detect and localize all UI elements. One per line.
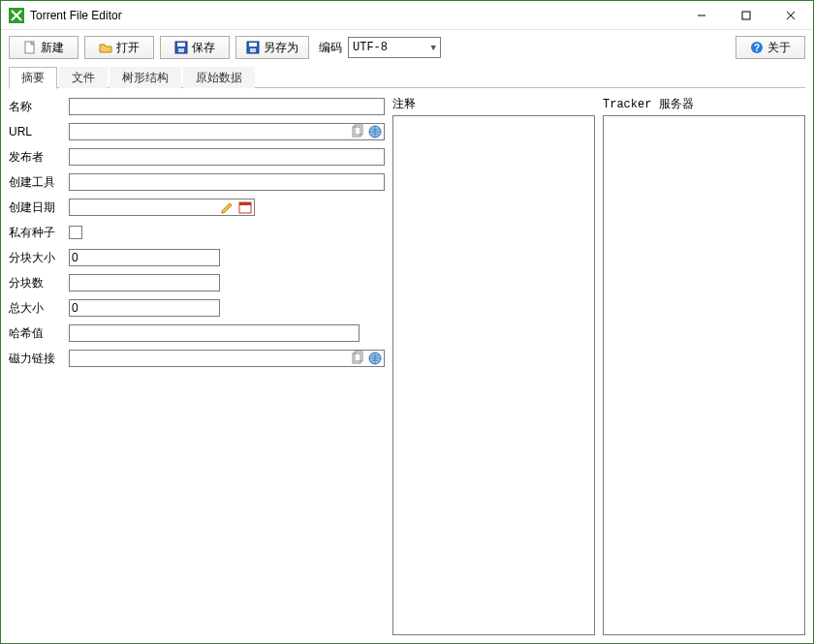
tracker-label: Tracker 服务器: [603, 96, 805, 113]
encoding-combobox[interactable]: UTF-8 ▼: [348, 37, 441, 58]
calendar-icon[interactable]: [237, 199, 253, 215]
private-checkbox[interactable]: [69, 226, 82, 239]
tab-raw[interactable]: 原始数据: [183, 67, 255, 88]
tracker-column: Tracker 服务器: [603, 96, 805, 635]
copy-icon[interactable]: [350, 124, 365, 139]
piece-count-label: 分块数: [9, 275, 63, 291]
hash-input[interactable]: [69, 324, 360, 342]
svg-rect-5: [178, 48, 184, 52]
piece-size-input[interactable]: [69, 249, 220, 266]
tab-files[interactable]: 文件: [59, 67, 108, 88]
new-button-label: 新建: [41, 40, 64, 56]
save-button[interactable]: 保存: [160, 36, 230, 59]
piece-count-input[interactable]: [69, 274, 220, 291]
maximize-button[interactable]: [724, 1, 768, 29]
globe-icon[interactable]: [367, 124, 383, 139]
private-label: 私有种子: [9, 225, 63, 241]
svg-rect-15: [239, 202, 251, 205]
minimize-button[interactable]: [679, 1, 724, 29]
encoding-label: 编码: [319, 40, 342, 56]
svg-rect-4: [177, 43, 185, 46]
created-by-label: 创建工具: [9, 174, 63, 191]
tracker-textarea[interactable]: [603, 115, 805, 635]
svg-rect-7: [249, 43, 257, 46]
magnet-input[interactable]: [69, 350, 385, 367]
name-label: 名称: [9, 99, 63, 115]
url-input[interactable]: [69, 123, 385, 140]
encoding-value: UTF-8: [353, 41, 388, 54]
hash-label: 哈希值: [9, 325, 63, 342]
close-button[interactable]: [768, 1, 813, 29]
name-input[interactable]: [69, 98, 385, 115]
copy-icon[interactable]: [350, 351, 365, 366]
svg-rect-1: [742, 12, 750, 19]
chevron-down-icon: ▼: [431, 43, 436, 52]
magnet-label: 磁力链接: [9, 351, 63, 367]
toolbar: 新建 打开 保存 另存为 编码 UTF-8 ▼ ?: [1, 30, 813, 65]
annotation-column: 注释: [392, 96, 595, 635]
app-window: Torrent File Editor 新建 打开: [0, 0, 814, 644]
save-button-label: 保存: [192, 40, 215, 56]
open-button[interactable]: 打开: [84, 36, 154, 59]
publisher-input[interactable]: [69, 148, 385, 166]
piece-size-label: 分块大小: [9, 250, 63, 266]
folder-open-icon: [99, 41, 112, 54]
saveas-button[interactable]: 另存为: [235, 36, 309, 59]
tabstrip: 摘要 文件 树形结构 原始数据: [1, 65, 813, 88]
creation-date-label: 创建日期: [9, 199, 63, 216]
new-button[interactable]: 新建: [9, 36, 78, 59]
window-title: Torrent File Editor: [30, 9, 122, 22]
file-new-icon: [23, 41, 37, 54]
tab-tree[interactable]: 树形结构: [110, 67, 181, 88]
save-as-icon: [246, 41, 260, 54]
svg-rect-8: [250, 48, 256, 52]
globe-icon[interactable]: [367, 351, 383, 366]
save-icon: [174, 41, 188, 54]
created-by-input[interactable]: [69, 173, 385, 191]
window-controls: [679, 1, 813, 29]
open-button-label: 打开: [116, 40, 140, 56]
help-icon: ?: [750, 41, 764, 54]
about-button-label: 关于: [767, 40, 791, 56]
publisher-label: 发布者: [9, 149, 63, 166]
edit-icon[interactable]: [220, 199, 235, 215]
content-area: 名称 URL 发布者: [1, 88, 813, 643]
svg-text:?: ?: [754, 43, 760, 53]
annotation-textarea[interactable]: [392, 115, 595, 635]
about-button[interactable]: ? 关于: [736, 36, 805, 59]
tab-summary[interactable]: 摘要: [9, 67, 57, 89]
app-icon: [9, 8, 24, 23]
annotation-label: 注释: [392, 96, 595, 113]
total-size-label: 总大小: [9, 300, 63, 317]
saveas-button-label: 另存为: [264, 40, 298, 56]
total-size-input[interactable]: [69, 299, 220, 317]
url-label: URL: [9, 125, 63, 138]
summary-form: 名称 URL 发布者: [9, 96, 385, 635]
titlebar: Torrent File Editor: [1, 1, 813, 30]
